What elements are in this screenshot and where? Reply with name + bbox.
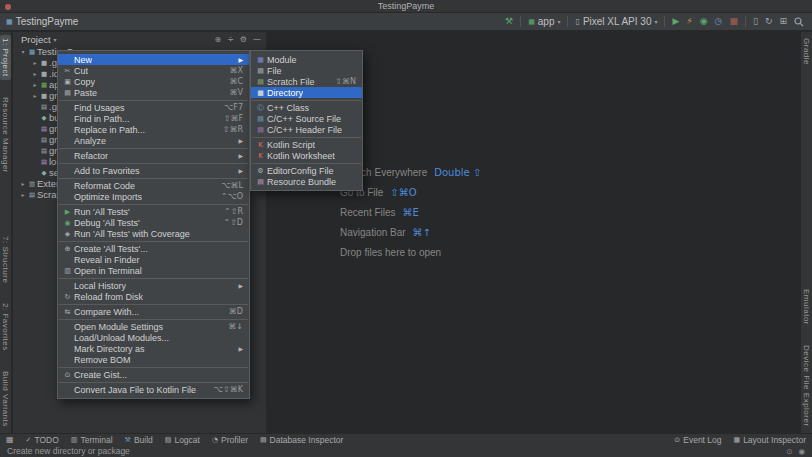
- toolwindow-button-label: Database Inspector: [270, 435, 344, 445]
- menu-item-open-in-terminal[interactable]: ▥Open in Terminal: [58, 265, 249, 276]
- search-everywhere-icon[interactable]: [794, 17, 804, 27]
- menu-item-find-in-path[interactable]: Find in Path...⇧⌘F: [58, 113, 249, 124]
- menu-item-reformat-code[interactable]: Reformat Code⌥⌘L: [58, 180, 249, 191]
- editor-hint: Drop files here to open: [340, 247, 481, 267]
- menu-item-label: Optimize Imports: [74, 192, 142, 202]
- menu-shortcut: ⌥F7: [216, 103, 243, 112]
- toolwindow-button-label: Layout Inspector: [743, 435, 806, 445]
- tool-stripe-2-favorites[interactable]: 2: Favorites: [0, 300, 11, 354]
- terminal-icon: ▥: [71, 436, 78, 444]
- menu-item-remove-bom[interactable]: Remove BOM: [58, 354, 249, 365]
- submenu-item-resource-bundle[interactable]: ▤Resource Bundle: [251, 176, 362, 187]
- status-bar: Create new directory or package ⊙◉: [0, 445, 812, 457]
- menu-item-paste[interactable]: ▤Paste⌘V: [58, 87, 249, 98]
- submenu-item-kotlin-worksheet[interactable]: KKotlin Worksheet: [251, 150, 362, 161]
- submenu-item-c-c-header-file[interactable]: ▤C/C++ Header File: [251, 124, 362, 135]
- database-icon: ▤: [260, 436, 267, 444]
- menu-item-run-all-tests[interactable]: ▶Run 'All Tests'⌃⇧R: [58, 206, 249, 217]
- settings-gear-icon[interactable]: ⚙: [240, 35, 247, 44]
- menu-item-label: Open in Terminal: [74, 266, 142, 276]
- submenu-item-kotlin-script[interactable]: KKotlin Script: [251, 139, 362, 150]
- apply-changes-button[interactable]: ⚡: [686, 17, 692, 26]
- toolbar-separator: [745, 16, 746, 27]
- submenu-item-c-class[interactable]: ⒸC++ Class: [251, 102, 362, 113]
- menu-item-compare-with[interactable]: ⇆Compare With...⌘D: [58, 306, 249, 317]
- submenu-item-file[interactable]: ▤File: [251, 65, 362, 76]
- device-label: Pixel XL API 30: [583, 16, 652, 27]
- menu-item-replace-in-path[interactable]: Replace in Path...⇧⌘R: [58, 124, 249, 135]
- menu-item-create-all-tests[interactable]: ⊕Create 'All Tests'...: [58, 243, 249, 254]
- device-manager-button[interactable]: ▯: [753, 17, 758, 26]
- project-panel-title[interactable]: Project: [21, 34, 51, 45]
- menu-item-local-history[interactable]: Local History▶: [58, 280, 249, 291]
- lock-icon[interactable]: ⊙: [786, 447, 792, 456]
- menu-item-analyze[interactable]: Analyze▶: [58, 135, 249, 146]
- menu-shortcut: ⌘X: [222, 66, 243, 75]
- tool-stripe-1-project[interactable]: 1: Project: [0, 35, 11, 80]
- notification-icon[interactable]: ◉: [798, 447, 805, 456]
- toolwindow-button-todo[interactable]: ✓TODO: [26, 435, 59, 445]
- run-config-dropdown[interactable]: ▦ app ▾: [528, 16, 560, 27]
- submenu-item-scratch-file[interactable]: ▤Scratch File⇧⌘N: [251, 76, 362, 87]
- submenu-item-c-c-source-file[interactable]: ▤C/C++ Source File: [251, 113, 362, 124]
- hide-panel-icon[interactable]: —: [253, 35, 261, 44]
- tree-item-icon: ■: [39, 59, 49, 67]
- toolwindow-button-terminal[interactable]: ▥Terminal: [71, 435, 113, 445]
- sync-project-button[interactable]: ↻: [765, 17, 773, 26]
- menu-item-reload-from-disk[interactable]: ↻Reload from Disk: [58, 291, 249, 302]
- window-title: TestingPayme: [378, 1, 435, 11]
- submenu-arrow-icon: ▶: [238, 282, 243, 289]
- menu-item-load-unload-modules[interactable]: Load/Unload Modules...: [58, 332, 249, 343]
- menu-item-cut[interactable]: ✂Cut⌘X: [58, 65, 249, 76]
- profile-button[interactable]: ◷: [715, 17, 723, 26]
- menu-item-reveal-in-finder[interactable]: Reveal in Finder: [58, 254, 249, 265]
- menu-item-label: Replace in Path...: [74, 125, 145, 135]
- menu-item-debug-all-tests[interactable]: ◉Debug 'All Tests'⌃⇧D: [58, 217, 249, 228]
- toolwindow-button-layout-inspector[interactable]: ▦Layout Inspector: [734, 435, 806, 445]
- tool-stripe-build-variants[interactable]: Build Variants: [0, 368, 11, 430]
- menu-item-label: File: [267, 66, 282, 76]
- collapse-all-icon[interactable]: ÷: [227, 35, 234, 44]
- toolwindow-button-logcat[interactable]: ▧Logcat: [165, 435, 200, 445]
- submenu-item-directory[interactable]: ■Directory: [251, 87, 362, 98]
- menu-item-open-module-settings[interactable]: Open Module Settings⌘↓: [58, 321, 249, 332]
- menu-item-convert-java-file-to-kotlin-file[interactable]: Convert Java File to Kotlin File⌥⇧⌘K: [58, 384, 249, 395]
- tree-item-icon: ▤: [39, 136, 49, 144]
- toolwindow-toggle-icon[interactable]: ▦: [6, 435, 14, 444]
- project-breadcrumb[interactable]: ▦ TestingPayme: [6, 16, 78, 27]
- toolwindow-button-profiler[interactable]: ◔Profiler: [212, 435, 248, 445]
- device-dropdown[interactable]: ▯ Pixel XL API 30 ▾: [575, 16, 657, 27]
- window-button[interactable]: [5, 4, 11, 10]
- tool-stripe-7-structure[interactable]: 7: Structure: [0, 233, 11, 286]
- menu-item-run-all-tests-with-coverage[interactable]: ◈Run 'All Tests' with Coverage: [58, 228, 249, 239]
- left-tool-stripe: 1: ProjectResource Manager 7: Structure2…: [0, 32, 12, 433]
- toolwindow-button-database-inspector[interactable]: ▤Database Inspector: [260, 435, 343, 445]
- run-button[interactable]: ▶: [672, 17, 679, 26]
- submenu-arrow-icon: ▶: [238, 137, 243, 144]
- submenu-item-module[interactable]: ▦Module: [251, 54, 362, 65]
- tool-stripe-emulator[interactable]: Emulator: [801, 286, 812, 328]
- tool-stripe-device-file-explorer[interactable]: Device File Explorer: [801, 342, 812, 430]
- stop-button[interactable]: ■: [729, 17, 738, 26]
- menu-item-mark-directory-as[interactable]: Mark Directory as▶: [58, 343, 249, 354]
- menu-item-refactor[interactable]: Refactor▶: [58, 150, 249, 161]
- menu-item-optimize-imports[interactable]: Optimize Imports⌃⌥O: [58, 191, 249, 202]
- sdk-manager-button[interactable]: ⊞: [779, 17, 787, 26]
- toolwindow-button-event-log[interactable]: ⊙Event Log: [674, 435, 721, 445]
- locate-file-icon[interactable]: ⊕: [214, 35, 221, 44]
- menu-item-find-usages[interactable]: Find Usages⌥F7: [58, 102, 249, 113]
- menu-shortcut: ⌃⇧R: [216, 207, 243, 216]
- project-panel-header: Project ▾ ⊕÷⚙—: [13, 32, 266, 46]
- toolwindow-button-build[interactable]: ⚒Build: [125, 435, 153, 445]
- menu-item-create-gist[interactable]: ⊙Create Gist...: [58, 369, 249, 380]
- menu-separator: [59, 148, 248, 149]
- tool-stripe-resource-manager[interactable]: Resource Manager: [0, 94, 11, 176]
- android-studio-window: TestingPayme ▦ TestingPayme ⚒ ▦ app ▾ ▯ …: [0, 0, 812, 457]
- make-project-button[interactable]: ⚒: [505, 17, 513, 26]
- submenu-item-editorconfig-file[interactable]: ⚙EditorConfig File: [251, 165, 362, 176]
- menu-item-copy[interactable]: ▣Copy⌘C: [58, 76, 249, 87]
- tool-stripe-gradle[interactable]: Gradle: [801, 35, 812, 68]
- menu-item-add-to-favorites[interactable]: Add to Favorites▶: [58, 165, 249, 176]
- debug-button[interactable]: ◉: [700, 17, 708, 26]
- menu-item-new[interactable]: New▶: [58, 54, 249, 65]
